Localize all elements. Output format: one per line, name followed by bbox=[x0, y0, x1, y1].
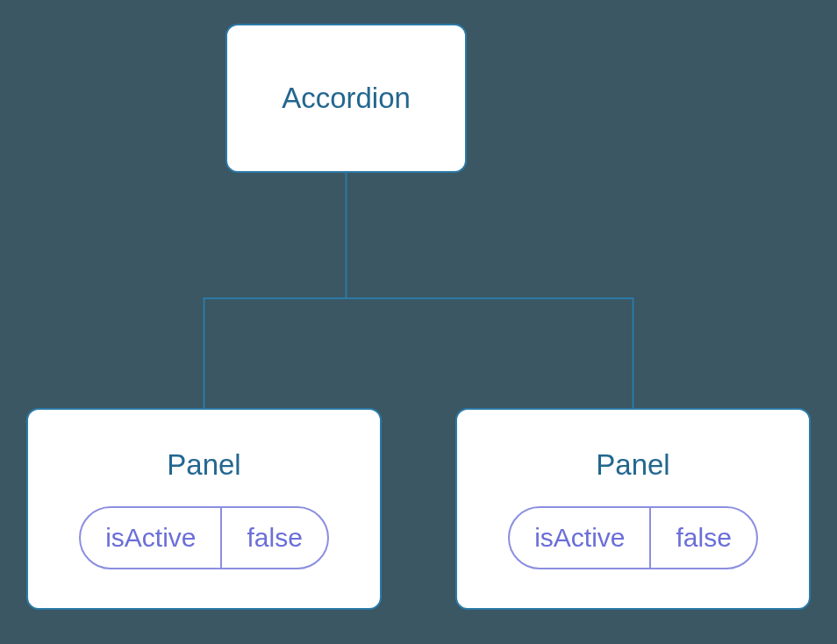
prop-value: false bbox=[651, 508, 755, 568]
prop-pill: isActive false bbox=[508, 506, 758, 569]
panel-title: Panel bbox=[167, 448, 240, 482]
panel-node-right: Panel isActive false bbox=[455, 408, 811, 610]
panel-node-left: Panel isActive false bbox=[26, 408, 382, 610]
prop-name: isActive bbox=[81, 508, 222, 568]
root-title: Accordion bbox=[282, 82, 411, 115]
prop-value: false bbox=[222, 508, 326, 568]
panel-title: Panel bbox=[596, 448, 669, 482]
prop-pill: isActive false bbox=[79, 506, 329, 569]
prop-name: isActive bbox=[510, 508, 651, 568]
root-node: Accordion bbox=[225, 24, 467, 173]
